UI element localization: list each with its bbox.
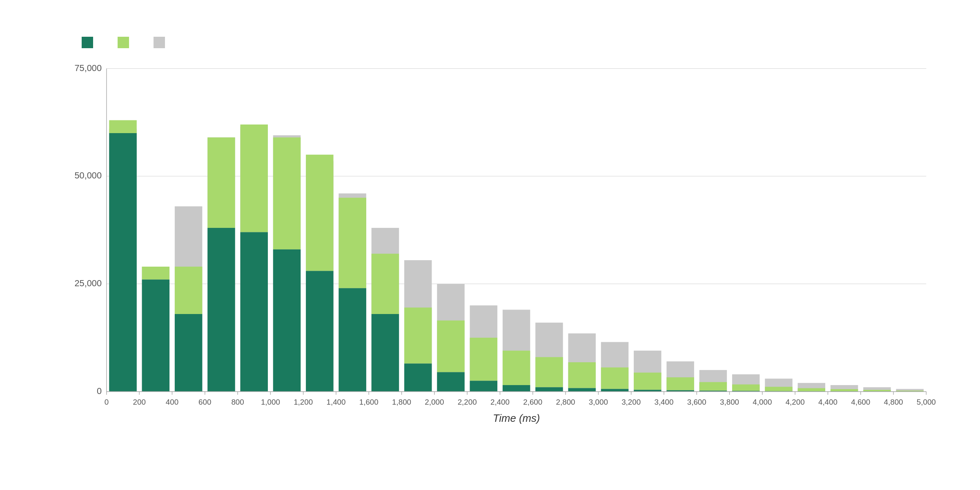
legend-item-supported [118, 37, 133, 48]
svg-text:200: 200 [133, 398, 146, 406]
bar-controlled [437, 372, 464, 391]
chart-area: 025,00050,00075,00002004006008001,0001,2… [57, 60, 947, 424]
bar-controlled [273, 249, 301, 392]
controlled-swatch [82, 37, 93, 48]
bar-controlled [109, 133, 136, 392]
total-swatch [154, 37, 165, 48]
bar-supported [142, 267, 169, 280]
bar-supported [503, 351, 530, 385]
bar-supported [372, 254, 399, 314]
bar-controlled [306, 271, 333, 392]
svg-text:1,000: 1,000 [261, 398, 280, 406]
svg-text:3,000: 3,000 [589, 398, 608, 406]
bar-supported [109, 120, 136, 133]
svg-text:4,800: 4,800 [884, 398, 903, 406]
svg-text:0: 0 [97, 386, 102, 396]
bar-controlled [535, 387, 563, 392]
svg-text:Time (ms): Time (ms) [493, 412, 540, 424]
chart-container: 025,00050,00075,00002004006008001,0001,2… [0, 0, 980, 490]
svg-text:2,400: 2,400 [490, 398, 510, 406]
bar-supported [863, 390, 891, 392]
legend-item-controlled [82, 37, 97, 48]
bar-controlled [372, 314, 399, 392]
svg-text:2,000: 2,000 [425, 398, 444, 406]
svg-text:1,600: 1,600 [359, 398, 379, 406]
svg-text:2,200: 2,200 [458, 398, 477, 406]
supported-swatch [118, 37, 129, 48]
bar-supported [241, 125, 268, 232]
svg-text:5,000: 5,000 [917, 398, 936, 406]
svg-text:4,400: 4,400 [818, 398, 837, 406]
svg-text:2,800: 2,800 [556, 398, 575, 406]
bar-controlled [142, 280, 169, 392]
svg-text:1,200: 1,200 [294, 398, 313, 406]
legend-item-total [154, 37, 169, 48]
bar-supported [634, 372, 661, 390]
svg-text:2,600: 2,600 [523, 398, 542, 406]
bar-supported [601, 368, 628, 389]
bar-supported [568, 362, 595, 388]
bar-supported [666, 377, 694, 390]
bar-supported [404, 307, 432, 363]
svg-text:3,200: 3,200 [621, 398, 641, 406]
bar-supported [732, 384, 760, 391]
svg-text:75,000: 75,000 [74, 63, 102, 73]
svg-text:1,400: 1,400 [326, 398, 345, 406]
svg-text:3,400: 3,400 [654, 398, 673, 406]
bar-supported [306, 155, 333, 271]
bar-controlled [339, 288, 366, 392]
svg-text:400: 400 [166, 398, 178, 406]
bar-supported [798, 388, 825, 391]
svg-text:50,000: 50,000 [74, 170, 102, 180]
bar-controlled [568, 388, 595, 391]
main-chart: 025,00050,00075,00002004006008001,0001,2… [57, 60, 947, 424]
svg-text:1,800: 1,800 [392, 398, 411, 406]
bar-supported [699, 382, 727, 391]
bar-controlled [503, 385, 530, 392]
bar-supported [765, 387, 792, 391]
bar-supported [437, 321, 464, 372]
bar-controlled [404, 363, 432, 392]
bar-supported [175, 267, 202, 314]
legend [82, 37, 947, 48]
bar-supported [470, 338, 497, 381]
bar-supported [273, 138, 301, 249]
svg-text:3,600: 3,600 [687, 398, 706, 406]
bar-controlled [601, 389, 628, 392]
bar-supported [207, 138, 235, 228]
bar-controlled [470, 381, 497, 392]
bar-supported [339, 198, 366, 288]
svg-text:0: 0 [105, 398, 109, 406]
bar-controlled [207, 228, 235, 392]
svg-text:4,600: 4,600 [851, 398, 870, 406]
bar-supported [535, 357, 563, 388]
svg-text:25,000: 25,000 [74, 278, 102, 288]
svg-text:3,800: 3,800 [720, 398, 739, 406]
svg-text:4,200: 4,200 [786, 398, 805, 406]
svg-text:600: 600 [198, 398, 211, 406]
svg-text:800: 800 [231, 398, 244, 406]
bar-controlled [241, 232, 268, 392]
bar-supported [831, 389, 858, 391]
bar-controlled [175, 314, 202, 392]
svg-text:4,000: 4,000 [753, 398, 772, 406]
